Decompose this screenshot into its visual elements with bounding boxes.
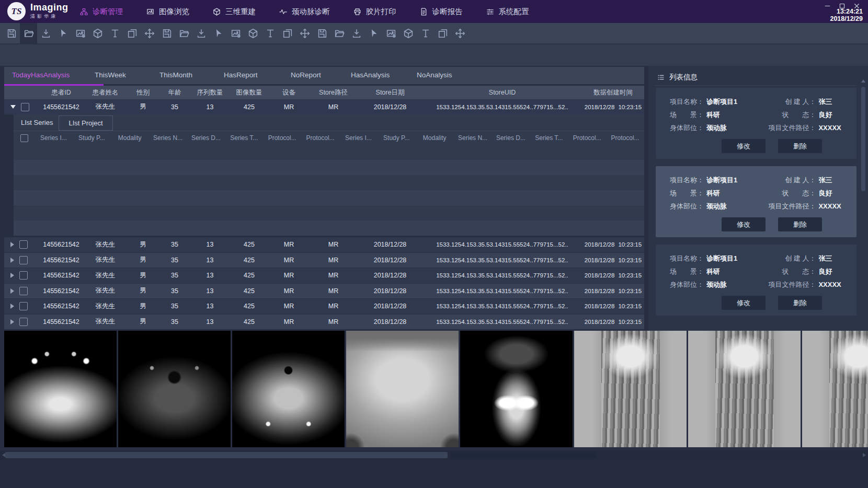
cube-3d-icon[interactable] bbox=[399, 23, 417, 44]
study-row[interactable]: 1455621542 张先生 男 35 13 425 MR MR 2018/12… bbox=[4, 253, 644, 269]
select-cursor-icon[interactable] bbox=[365, 23, 382, 44]
save-icon[interactable] bbox=[313, 23, 330, 44]
tab-has-report[interactable]: HasReport bbox=[224, 71, 258, 79]
scroll-up-icon[interactable] bbox=[861, 79, 865, 83]
row-checkbox[interactable] bbox=[19, 287, 28, 295]
series-column-header[interactable]: Series D... bbox=[492, 134, 530, 142]
column-header[interactable]: 患者姓名 bbox=[84, 88, 127, 97]
collapse-row-icon[interactable] bbox=[10, 105, 16, 109]
nav-item-system-config[interactable]: 系统配置 bbox=[486, 7, 529, 17]
text-annotation-icon[interactable] bbox=[106, 23, 123, 44]
copy-document-icon[interactable] bbox=[279, 23, 296, 44]
series-column-header[interactable]: Protocol... bbox=[568, 134, 606, 142]
tab-this-week[interactable]: ThisWeek bbox=[95, 71, 126, 79]
panel-scrollbar-thumb[interactable] bbox=[861, 87, 865, 191]
nav-item-diagnosis-management[interactable]: 诊断管理 bbox=[79, 7, 123, 17]
select-cursor-icon[interactable] bbox=[210, 23, 227, 44]
row-checkbox[interactable] bbox=[19, 318, 28, 326]
nav-item-carotid-diagnosis[interactable]: 颈动脉诊断 bbox=[279, 7, 330, 17]
nav-item-film-print[interactable]: 胶片打印 bbox=[353, 7, 396, 17]
import-icon[interactable] bbox=[37, 23, 54, 44]
mri-thumbnail-7[interactable] bbox=[688, 331, 801, 447]
mri-thumbnail-3[interactable] bbox=[232, 331, 345, 447]
column-header[interactable]: Store日期 bbox=[358, 88, 422, 97]
column-header[interactable]: 序列数量 bbox=[190, 88, 230, 97]
delete-project-button[interactable]: 删除 bbox=[778, 139, 822, 153]
series-column-header[interactable]: Series T... bbox=[530, 134, 568, 142]
project-card[interactable]: 项目名称：诊断项目1 创 建 人：张三 场 景：科研 状 态：良好 身体部位：颈… bbox=[656, 88, 856, 159]
scrollbar-thumb[interactable] bbox=[5, 452, 448, 458]
text-annotation-icon[interactable] bbox=[261, 23, 279, 44]
save-icon[interactable] bbox=[158, 23, 175, 44]
expand-row-icon[interactable] bbox=[10, 304, 14, 309]
tab-list-series[interactable]: LIst Series bbox=[21, 119, 53, 126]
series-column-header[interactable]: Series T... bbox=[225, 134, 263, 142]
row-checkbox[interactable] bbox=[19, 256, 28, 264]
row-checkbox[interactable] bbox=[19, 302, 28, 310]
series-column-header[interactable]: Series I... bbox=[35, 134, 73, 142]
copy-document-icon[interactable] bbox=[434, 23, 451, 44]
nav-item-diagnosis-report[interactable]: 诊断报告 bbox=[419, 7, 463, 17]
nav-item-3d-reconstruction[interactable]: 三维重建 bbox=[212, 7, 256, 17]
column-header[interactable]: StoreUID bbox=[422, 89, 582, 96]
column-header[interactable]: Store路径 bbox=[309, 88, 358, 97]
import-icon[interactable] bbox=[348, 23, 365, 44]
modify-project-button[interactable]: 修改 bbox=[722, 139, 766, 153]
pan-move-icon[interactable] bbox=[296, 23, 313, 44]
study-row[interactable]: 1455621542 张先生 男 35 13 425 MR MR 2018/12… bbox=[4, 237, 644, 253]
horizontal-scrollbar[interactable] bbox=[0, 450, 868, 460]
image-capture-icon[interactable] bbox=[72, 23, 89, 44]
delete-project-button[interactable]: 删除 bbox=[778, 296, 822, 310]
expand-row-icon[interactable] bbox=[10, 319, 14, 324]
column-header[interactable]: 数据创建时间 bbox=[582, 88, 644, 97]
series-column-header[interactable]: Protocol... bbox=[263, 134, 301, 142]
expand-row-icon[interactable] bbox=[10, 273, 14, 278]
tab-this-month[interactable]: ThisMonth bbox=[159, 71, 192, 79]
import-icon[interactable] bbox=[192, 23, 210, 44]
mri-thumbnail-4[interactable] bbox=[346, 331, 459, 447]
image-capture-icon[interactable] bbox=[382, 23, 399, 44]
column-header[interactable]: 性别 bbox=[127, 88, 159, 97]
series-column-header[interactable]: Series I... bbox=[339, 134, 378, 142]
mri-thumbnail-8[interactable] bbox=[802, 331, 868, 447]
select-cursor-icon[interactable] bbox=[54, 23, 72, 44]
column-header[interactable]: 年龄 bbox=[159, 88, 190, 97]
series-column-header[interactable]: Series N... bbox=[149, 134, 187, 142]
cube-3d-icon[interactable] bbox=[244, 23, 261, 44]
series-column-header[interactable]: Protocol... bbox=[301, 134, 339, 142]
open-folder-icon[interactable] bbox=[330, 23, 348, 44]
save-icon[interactable] bbox=[3, 23, 20, 44]
cube-3d-icon[interactable] bbox=[89, 23, 106, 44]
tab-no-analysis[interactable]: NoAnalysis bbox=[417, 71, 452, 79]
expand-row-icon[interactable] bbox=[10, 258, 14, 263]
expand-row-icon[interactable] bbox=[10, 242, 14, 247]
series-column-header[interactable]: Modality bbox=[416, 134, 454, 142]
expand-row-icon[interactable] bbox=[10, 288, 14, 294]
mri-thumbnail-2[interactable] bbox=[118, 331, 231, 447]
column-header[interactable]: 患者ID bbox=[39, 88, 84, 97]
row-checkbox[interactable] bbox=[19, 271, 28, 280]
modify-project-button[interactable]: 修改 bbox=[722, 296, 766, 310]
tab-today-has-analysis[interactable]: TodayHasAnalysis bbox=[12, 71, 70, 79]
study-row[interactable]: 1455621542 张先生 男 35 13 425 MR MR 2018/12… bbox=[4, 268, 644, 284]
series-column-header[interactable]: Series D... bbox=[187, 134, 225, 142]
row-checkbox[interactable] bbox=[21, 103, 29, 111]
study-row[interactable]: 1455621542 张先生 男 35 13 425 MR MR 2018/12… bbox=[4, 284, 644, 299]
tab-has-analysis[interactable]: HasAnalysis bbox=[351, 71, 390, 79]
scroll-right-icon[interactable] bbox=[863, 453, 866, 457]
column-header[interactable]: 设备 bbox=[269, 88, 309, 97]
study-row[interactable]: 1455621542 张先生 男 35 13 425 MR MR 2018/12… bbox=[4, 315, 644, 330]
nav-item-image-browse[interactable]: 图像浏览 bbox=[146, 7, 189, 17]
project-card-selected[interactable]: 项目名称：诊断项目1 创 建 人：张三 场 景：科研 状 态：良好 身体部位：颈… bbox=[656, 166, 856, 237]
series-column-header[interactable]: Study P... bbox=[73, 134, 111, 142]
column-header[interactable]: 图像数量 bbox=[230, 88, 269, 97]
open-folder-icon[interactable] bbox=[175, 23, 192, 44]
series-column-header[interactable]: Protocol... bbox=[606, 134, 644, 142]
mri-thumbnail-5[interactable] bbox=[460, 331, 573, 447]
series-column-header[interactable]: Modality bbox=[111, 134, 149, 142]
image-capture-icon[interactable] bbox=[227, 23, 244, 44]
series-column-header[interactable]: Study P... bbox=[378, 134, 416, 142]
open-folder-icon[interactable] bbox=[20, 23, 37, 44]
project-card[interactable]: 项目名称：诊断项目1 创 建 人：张三 场 景：科研 状 态：良好 身体部位：颈… bbox=[656, 245, 856, 316]
pan-move-icon[interactable] bbox=[141, 23, 158, 44]
